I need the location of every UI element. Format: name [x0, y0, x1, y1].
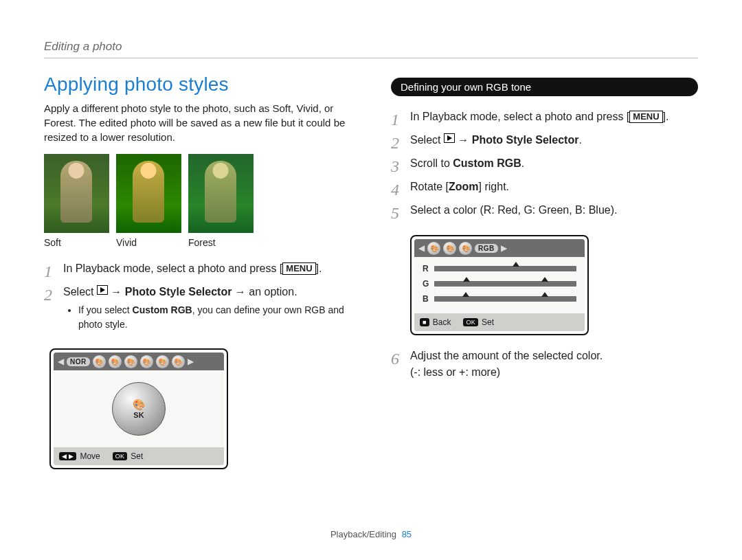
play-icon — [444, 133, 455, 143]
style-dot-icon: 🎨 — [156, 355, 169, 368]
step-text: → — [455, 134, 472, 146]
intro-text: Apply a different photo style to the pho… — [44, 101, 351, 144]
dial-area: 🎨 SK — [54, 370, 224, 447]
style-dot-icon: 🎨 — [443, 242, 456, 255]
photo-style-selector-bold: Photo Style Selector — [125, 286, 232, 298]
play-icon — [97, 285, 108, 295]
style-dot-icon: 🎨 — [140, 355, 153, 368]
sub-bullets: If you select Custom RGB, you can define… — [66, 303, 351, 332]
custom-rgb-bold: Custom RGB — [453, 157, 521, 169]
set-label: Set — [131, 451, 143, 461]
rgb-slider-r — [434, 266, 576, 271]
section-title: Applying photo styles — [44, 74, 351, 96]
style-dot-icon: 🎨 — [427, 242, 440, 255]
set-label: Set — [482, 317, 494, 327]
thumb-caption: Soft — [44, 237, 109, 248]
step-5: Select a color (R: Red, G: Green, B: Blu… — [391, 202, 698, 219]
sub-bullet: If you select Custom RGB, you can define… — [78, 303, 351, 332]
dial-label: SK — [133, 411, 144, 419]
r-label: R — [423, 264, 429, 273]
sub-text: If you select — [78, 304, 133, 315]
page-number: 85 — [402, 529, 412, 539]
style-dot-icon: 🎨 — [459, 242, 472, 255]
breadcrumb: Editing a photo — [44, 40, 698, 58]
right-column: Defining your own RGB tone In Playback m… — [391, 74, 698, 518]
icon-strip: ◀ 🎨 🎨 🎨 RGB ▶ — [414, 239, 585, 257]
rgb-slider-b — [434, 296, 576, 302]
rgb-row-r: R — [423, 264, 576, 273]
step-text: In Playback mode, select a photo and pre… — [410, 111, 629, 122]
thumb-forest: Forest — [188, 154, 254, 248]
chevron-right-icon: ▶ — [501, 243, 507, 253]
left-steps: In Playback mode, select a photo and pre… — [44, 260, 351, 339]
back-label: Back — [433, 317, 451, 327]
step-text: Rotate [ — [410, 181, 449, 192]
device-screenshot-left: ◀ NOR 🎨 🎨 🎨 🎨 🎨 🎨 ▶ 🎨 SK — [49, 348, 228, 469]
step-text: Adjust the amount of the selected color. — [410, 350, 603, 361]
step-text: . — [578, 134, 581, 146]
step-text: → an option. — [232, 286, 297, 298]
page-footer: Playback/Editing 85 — [44, 518, 698, 539]
device-footer: ■ Back OK Set — [414, 313, 585, 331]
step-1: In Playback mode, select a photo and pre… — [391, 109, 698, 125]
custom-rgb-bold: Custom RGB — [133, 304, 192, 315]
step-text: . — [521, 157, 524, 169]
photo-thumb-image — [116, 154, 181, 233]
step-3: Scroll to Custom RGB. — [391, 155, 698, 172]
back-hint: ■ Back — [420, 317, 451, 327]
step-text: → — [108, 286, 125, 298]
thumb-caption: Forest — [188, 237, 254, 248]
zoom-bold: Zoom — [449, 181, 479, 192]
palette-icon: 🎨 — [133, 399, 146, 411]
menu-button-label: MENU — [282, 262, 315, 275]
thumb-vivid: Vivid — [116, 154, 181, 248]
step-text: Scroll to — [410, 157, 453, 169]
style-dot-icon: 🎨 — [93, 355, 106, 368]
step-text: ]. — [316, 262, 322, 274]
device-screenshot-right: ◀ 🎨 🎨 🎨 RGB ▶ R G — [410, 235, 589, 335]
style-dot-icon: 🎨 — [124, 355, 137, 368]
footer-section: Playback/Editing — [330, 529, 396, 539]
arrows-icon: ◀ ▶ — [59, 452, 76, 460]
step-2: Select → Photo Style Selector. — [391, 132, 698, 148]
nor-pill: NOR — [67, 357, 90, 366]
thumbnail-row: Soft Vivid Forest — [44, 154, 351, 248]
photo-thumb-image — [188, 154, 254, 233]
move-hint: ◀ ▶ Move — [59, 451, 100, 461]
stop-icon: ■ — [420, 318, 429, 326]
step-text: Select a color (R: Red, G: Green, B: Blu… — [410, 204, 617, 216]
rgb-row-b: B — [423, 294, 576, 304]
step-6: Adjust the amount of the selected color.… — [391, 348, 698, 381]
right-steps: In Playback mode, select a photo and pre… — [391, 109, 698, 225]
step-2: Select → Photo Style Selector → an optio… — [44, 284, 351, 332]
rgb-sliders: R G B — [414, 257, 585, 313]
ok-icon: OK — [463, 318, 478, 326]
icon-strip: ◀ NOR 🎨 🎨 🎨 🎨 🎨 🎨 ▶ — [54, 352, 224, 370]
style-dial: 🎨 SK — [112, 382, 166, 436]
style-dot-icon: 🎨 — [109, 355, 122, 368]
chevron-left-icon: ◀ — [58, 357, 64, 366]
step-text: In Playback mode, select a photo and pre… — [63, 262, 282, 274]
thumb-caption: Vivid — [116, 237, 181, 248]
step-4: Rotate [Zoom] right. — [391, 179, 698, 195]
step-text: ] right. — [479, 181, 509, 192]
rgb-slider-g — [434, 281, 576, 287]
thumb-soft: Soft — [44, 154, 109, 248]
left-column: Applying photo styles Apply a different … — [44, 74, 351, 518]
device-footer: ◀ ▶ Move OK Set — [54, 447, 224, 465]
chevron-left-icon: ◀ — [418, 243, 425, 253]
style-dot-icon: 🎨 — [172, 355, 185, 368]
g-label: G — [423, 279, 429, 289]
photo-style-selector-bold: Photo Style Selector — [472, 134, 579, 146]
step-text: ]. — [663, 111, 669, 122]
menu-button-label: MENU — [629, 111, 662, 123]
step-text: Select — [63, 286, 97, 298]
set-hint: OK Set — [113, 451, 144, 461]
step-1: In Playback mode, select a photo and pre… — [44, 260, 351, 277]
rgb-heading-pill: Defining your own RGB tone — [391, 78, 698, 96]
move-label: Move — [80, 451, 100, 461]
right-steps-cont: Adjust the amount of the selected color.… — [391, 348, 698, 388]
photo-thumb-image — [44, 154, 109, 233]
step-text: (-: less or +: more) — [410, 366, 500, 378]
rgb-pill: RGB — [475, 244, 498, 253]
